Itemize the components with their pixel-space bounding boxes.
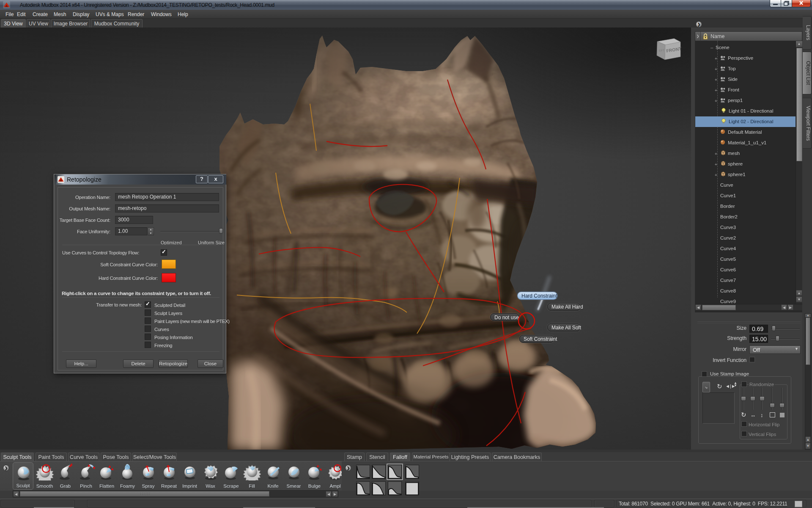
svg-text:EFT: EFT — [659, 49, 665, 52]
